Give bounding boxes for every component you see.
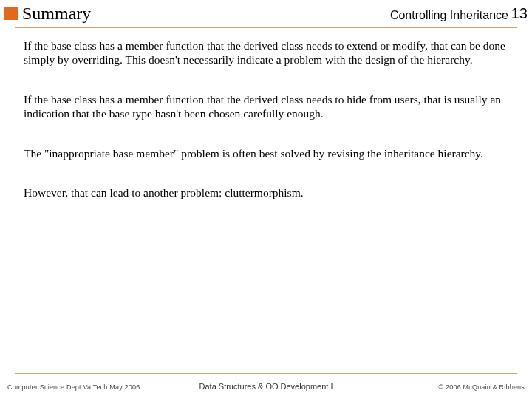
accent-square-icon [4, 7, 18, 20]
slide-title: Summary [22, 4, 91, 24]
divider-bottom [15, 373, 517, 374]
footer-right: © 2006 McQuain & Ribbens [439, 383, 525, 391]
paragraph: The "inappropriate base member" problem … [24, 146, 508, 160]
slide-body: If the base class has a member function … [24, 38, 508, 225]
page-number: 13 [511, 5, 528, 22]
footer: Computer Science Dept Va Tech May 2006 D… [0, 378, 532, 393]
header: Summary Controlling Inheritance 13 [0, 4, 532, 26]
paragraph: However, that can lead to another proble… [24, 185, 508, 200]
paragraph: If the base class has a member function … [24, 92, 508, 121]
slide-topic: Controlling Inheritance [390, 9, 508, 22]
divider-top [15, 27, 517, 28]
paragraph: If the base class has a member function … [24, 38, 508, 67]
slide: Summary Controlling Inheritance 13 If th… [0, 0, 532, 399]
